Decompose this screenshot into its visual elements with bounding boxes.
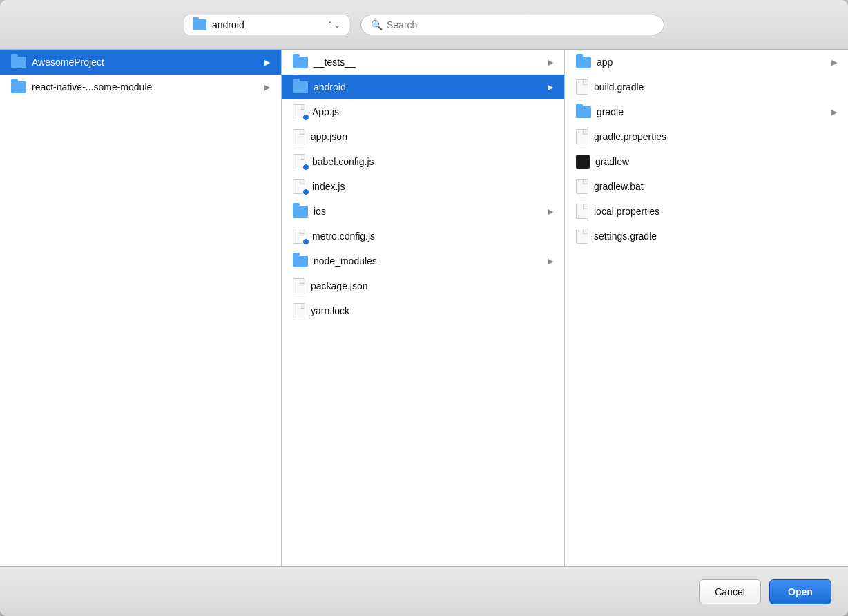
cancel-button[interactable]: Cancel xyxy=(699,579,761,604)
chevron-right-icon: ▶ xyxy=(831,108,837,117)
search-input[interactable] xyxy=(387,19,654,30)
file-name: node_modules xyxy=(314,256,542,267)
column-mid: __tests__▶android▶App.jsapp.jsonbabel.co… xyxy=(282,50,565,566)
chevron-right-icon: ▶ xyxy=(831,58,837,67)
file-name: ios xyxy=(314,206,542,217)
file-icon xyxy=(576,129,588,144)
list-item[interactable]: gradlew.bat xyxy=(565,174,848,199)
list-item[interactable]: settings.gradle xyxy=(565,224,848,249)
file-name: app.json xyxy=(311,131,553,142)
list-item[interactable]: package.json xyxy=(282,273,564,298)
file-name: AwesomeProject xyxy=(32,57,259,68)
file-name: build.gradle xyxy=(594,81,837,93)
file-name: react-native-...some-module xyxy=(32,81,259,93)
folder-icon xyxy=(293,81,308,93)
content-area: AwesomeProject▶react-native-...some-modu… xyxy=(0,50,848,566)
file-name: App.js xyxy=(312,106,553,117)
folder-icon xyxy=(11,57,26,68)
list-item[interactable]: index.js xyxy=(282,174,564,199)
gradlew-icon xyxy=(576,155,590,169)
list-item[interactable]: App.js xyxy=(282,99,564,124)
file-name: gradlew xyxy=(595,156,837,167)
column-left: AwesomeProject▶react-native-...some-modu… xyxy=(0,50,282,566)
chevron-right-icon: ▶ xyxy=(548,58,553,67)
list-item[interactable]: gradlew xyxy=(565,149,848,174)
chevron-right-icon: ▶ xyxy=(548,257,553,266)
folder-icon xyxy=(11,81,26,93)
list-item[interactable]: babel.config.js xyxy=(282,149,564,174)
file-icon xyxy=(293,129,305,144)
file-name: package.json xyxy=(311,280,553,291)
list-item[interactable]: node_modules▶ xyxy=(282,249,564,273)
folder-icon xyxy=(293,256,308,267)
file-name: app xyxy=(597,57,826,68)
file-icon xyxy=(293,303,305,318)
file-name: babel.config.js xyxy=(312,156,553,167)
list-item[interactable]: android▶ xyxy=(282,75,564,99)
file-name: local.properties xyxy=(594,206,837,217)
chevron-right-icon: ▶ xyxy=(548,83,553,92)
column-right: app▶build.gradlegradle▶gradle.properties… xyxy=(565,50,848,566)
file-icon xyxy=(576,179,588,194)
list-item[interactable]: react-native-...some-module▶ xyxy=(0,75,281,99)
file-name: gradle xyxy=(597,106,826,117)
location-dropdown[interactable]: android ⌃⌄ xyxy=(184,15,349,35)
file-name: android xyxy=(314,81,542,93)
file-icon xyxy=(293,278,305,293)
list-item[interactable]: ios▶ xyxy=(282,199,564,224)
toolbar: android ⌃⌄ 🔍 xyxy=(0,0,848,50)
file-open-dialog: android ⌃⌄ 🔍 AwesomeProject▶react-native… xyxy=(0,0,848,616)
file-name: index.js xyxy=(312,181,553,192)
file-name: __tests__ xyxy=(314,57,542,68)
list-item[interactable]: AwesomeProject▶ xyxy=(0,50,281,75)
list-item[interactable]: __tests__▶ xyxy=(282,50,564,75)
file-icon xyxy=(576,229,588,244)
chevron-right-icon: ▶ xyxy=(264,58,270,67)
folder-icon xyxy=(576,106,591,118)
list-item[interactable]: build.gradle xyxy=(565,75,848,99)
chevron-right-icon: ▶ xyxy=(264,83,270,92)
folder-icon xyxy=(293,57,308,68)
js-file-icon xyxy=(293,104,307,119)
list-item[interactable]: gradle.properties xyxy=(565,124,848,149)
js-file-icon xyxy=(293,179,307,194)
stepper-icon: ⌃⌄ xyxy=(327,20,340,30)
file-name: gradlew.bat xyxy=(594,181,837,192)
list-item[interactable]: app.json xyxy=(282,124,564,149)
file-name: gradle.properties xyxy=(594,131,837,142)
chevron-right-icon: ▶ xyxy=(548,207,553,216)
folder-icon xyxy=(293,206,308,218)
search-box[interactable]: 🔍 xyxy=(360,15,664,35)
location-name: android xyxy=(212,19,321,30)
folder-icon xyxy=(576,57,591,68)
list-item[interactable]: app▶ xyxy=(565,50,848,75)
list-item[interactable]: metro.config.js xyxy=(282,224,564,249)
js-file-icon xyxy=(293,229,307,244)
list-item[interactable]: local.properties xyxy=(565,199,848,224)
file-icon xyxy=(576,204,588,219)
js-file-icon xyxy=(293,154,307,169)
file-name: metro.config.js xyxy=(312,231,553,242)
search-icon: 🔍 xyxy=(371,19,383,30)
file-name: yarn.lock xyxy=(311,305,553,316)
file-icon xyxy=(576,79,588,95)
open-button[interactable]: Open xyxy=(769,579,831,604)
bottom-bar: Cancel Open xyxy=(0,566,848,616)
file-name: settings.gradle xyxy=(594,231,837,242)
folder-icon xyxy=(193,19,206,30)
list-item[interactable]: yarn.lock xyxy=(282,298,564,323)
list-item[interactable]: gradle▶ xyxy=(565,99,848,124)
